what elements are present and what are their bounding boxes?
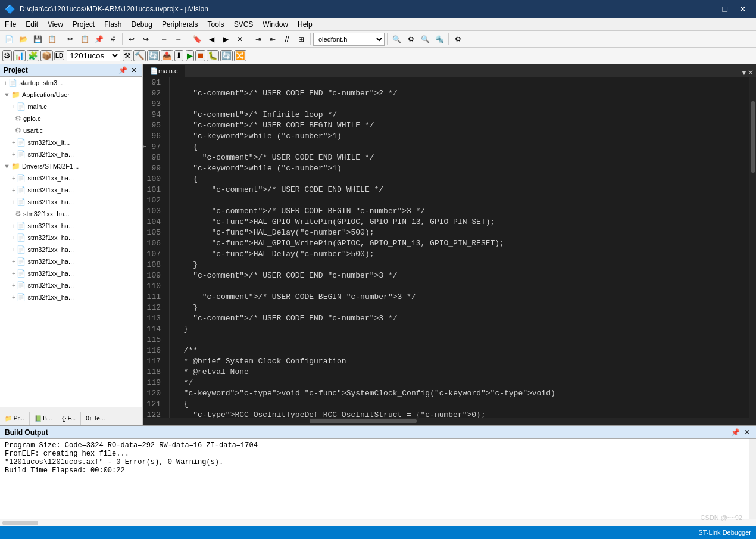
code-line[interactable]: } bbox=[170, 260, 749, 270]
file-dropdown[interactable]: oledfont.h bbox=[313, 33, 385, 46]
code-line[interactable]: "c-type">RCC_OscInitTypeDef RCC_OscInitS… bbox=[170, 410, 749, 418]
target-options-button[interactable]: ⚙ bbox=[2, 50, 12, 61]
batch-build-button[interactable]: 📤 bbox=[161, 50, 173, 61]
format-button[interactable]: ⊞ bbox=[295, 33, 308, 46]
menu-project[interactable]: Project bbox=[68, 18, 99, 30]
h-scrollbar-thumb[interactable] bbox=[310, 419, 417, 423]
tree-item[interactable]: +📄stm32f1xx_ha... bbox=[0, 291, 142, 303]
code-line[interactable]: "c-comment">/* USER CODE END "c-number">… bbox=[170, 270, 749, 281]
package-button[interactable]: 📦 bbox=[40, 50, 53, 61]
panel-pin-button[interactable]: 📌 bbox=[117, 66, 129, 74]
tree-item[interactable]: .⚙gpio.c bbox=[0, 113, 142, 124]
scrollbar-thumb[interactable] bbox=[751, 101, 755, 173]
forward-button[interactable]: → bbox=[172, 33, 185, 46]
menu-edit[interactable]: Edit bbox=[21, 18, 43, 30]
tree-item[interactable]: +📄stm32f1xx_it... bbox=[0, 136, 142, 148]
tree-item[interactable]: +📄stm32f1xx_ha... bbox=[0, 148, 142, 160]
code-line[interactable]: { bbox=[170, 399, 749, 410]
load-button[interactable]: LD bbox=[54, 51, 64, 60]
prev-bookmark-button[interactable]: ◀ bbox=[205, 33, 218, 46]
code-line[interactable]: } bbox=[170, 303, 749, 313]
fold-button[interactable]: ⊟ bbox=[143, 142, 146, 152]
tree-item[interactable]: .⚙usart.c bbox=[0, 124, 142, 136]
tab-templates[interactable]: 0↑ Te... bbox=[81, 412, 110, 425]
redo-button[interactable]: ↪ bbox=[139, 33, 152, 46]
tree-item[interactable]: ▼📁Application/User bbox=[0, 89, 142, 101]
menu-window[interactable]: Window bbox=[258, 18, 293, 30]
menu-tools[interactable]: Tools bbox=[203, 18, 229, 30]
build-close-button[interactable]: ✕ bbox=[743, 428, 751, 437]
code-line[interactable]: "c-comment">/* USER CODE END "c-number">… bbox=[170, 313, 749, 324]
tree-item[interactable]: +📄stm32f1xx_ha... bbox=[0, 244, 142, 256]
paste-button[interactable]: 📌 bbox=[92, 33, 105, 46]
code-line[interactable] bbox=[170, 195, 749, 206]
translate-button[interactable]: ⚒ bbox=[123, 50, 132, 61]
manage-button[interactable]: 📊 bbox=[13, 50, 26, 61]
code-line[interactable]: "c-comment">/* Infinite loop */ bbox=[170, 110, 749, 120]
debug4-button[interactable]: 🔀 bbox=[234, 50, 246, 61]
menu-view[interactable]: View bbox=[43, 18, 68, 30]
build-h-thumb[interactable] bbox=[2, 521, 38, 525]
tab-dropdown-button[interactable]: ▼ bbox=[741, 68, 748, 77]
tree-item[interactable]: +📄stm32f1xx_ha... bbox=[0, 232, 142, 244]
menu-help[interactable]: Help bbox=[293, 18, 317, 30]
menu-flash[interactable]: Flash bbox=[99, 18, 126, 30]
target-dropdown[interactable]: 1201ucos bbox=[67, 50, 120, 61]
menu-file[interactable]: File bbox=[0, 18, 21, 30]
maximize-button[interactable]: □ bbox=[718, 0, 732, 18]
tree-item[interactable]: ▼📁Drivers/STM32F1... bbox=[0, 160, 142, 172]
tree-item[interactable]: +📄stm32f1xx_ha... bbox=[0, 184, 142, 196]
comment-button[interactable]: // bbox=[280, 33, 293, 46]
start-debug-button[interactable]: ▶ bbox=[186, 50, 194, 61]
code-line[interactable]: * @brief System Clock Configuration bbox=[170, 356, 749, 367]
load-prog-button[interactable]: ⬇ bbox=[174, 50, 183, 61]
code-line[interactable]: "c-comment">/* USER CODE END WHILE */ bbox=[170, 185, 749, 195]
config-button[interactable]: ⚙ bbox=[451, 33, 464, 46]
menu-peripherals[interactable]: Peripherals bbox=[157, 18, 203, 30]
search3-button[interactable]: 🔍 bbox=[418, 33, 432, 46]
code-line[interactable]: "c-keyword">while ("c-number">1) bbox=[170, 163, 749, 174]
tab-functions[interactable]: {} F... bbox=[57, 412, 81, 425]
debug2-button[interactable]: 🐛 bbox=[207, 50, 219, 61]
clear-bookmark-button[interactable]: ✕ bbox=[233, 33, 246, 46]
code-line[interactable]: /** bbox=[170, 345, 749, 356]
next-bookmark-button[interactable]: ▶ bbox=[219, 33, 232, 46]
close-button[interactable]: ✕ bbox=[735, 0, 751, 18]
build-pin-button[interactable]: 📌 bbox=[730, 428, 741, 437]
code-line[interactable]: "c-comment">/* USER CODE BEGIN "c-number… bbox=[170, 292, 749, 303]
bookmark-button[interactable]: 🔖 bbox=[190, 33, 204, 46]
menu-debug[interactable]: Debug bbox=[127, 18, 157, 30]
search2-button[interactable]: ⚙ bbox=[404, 33, 417, 46]
tree-item[interactable]: +📄stm32f1xx_ha... bbox=[0, 279, 142, 291]
tab-project[interactable]: 📁 Pr... bbox=[0, 412, 30, 425]
tab-main-c[interactable]: 📄 main.c bbox=[143, 65, 185, 77]
tree-item[interactable]: +📄stm32f1xx_ha... bbox=[0, 267, 142, 279]
code-line[interactable]: } bbox=[170, 324, 749, 335]
code-line[interactable]: { bbox=[170, 142, 749, 152]
code-line[interactable]: "c-keyword">"c-type">void "c-func">Syste… bbox=[170, 388, 749, 399]
search4-button[interactable]: 🔩 bbox=[433, 33, 446, 46]
code-line[interactable]: */ bbox=[170, 378, 749, 388]
component-button[interactable]: 🧩 bbox=[27, 50, 39, 61]
code-line[interactable]: "c-func">HAL_GPIO_WritePin(GPIOC, GPIO_P… bbox=[170, 217, 749, 228]
panel-close-button[interactable]: ✕ bbox=[130, 66, 138, 74]
code-line[interactable] bbox=[170, 335, 749, 345]
undo-button[interactable]: ↩ bbox=[125, 33, 138, 46]
outdent-button[interactable]: ⇤ bbox=[266, 33, 279, 46]
panel-resize-handle[interactable] bbox=[0, 407, 142, 412]
code-line[interactable]: "c-comment">/* USER CODE BEGIN "c-number… bbox=[170, 206, 749, 217]
build-scrollbar[interactable] bbox=[749, 439, 756, 519]
tree-item[interactable]: +📄stm32f1xx_ha... bbox=[0, 220, 142, 232]
menu-svcs[interactable]: SVCS bbox=[229, 18, 258, 30]
minimize-button[interactable]: — bbox=[698, 0, 716, 18]
tree-item[interactable]: +📄stm32f1xx_ha... bbox=[0, 256, 142, 267]
save-button[interactable]: 💾 bbox=[31, 33, 44, 46]
build-h-scrollbar[interactable] bbox=[0, 519, 756, 526]
print-button[interactable]: 🖨 bbox=[107, 33, 120, 46]
back-button[interactable]: ← bbox=[158, 33, 171, 46]
tree-item[interactable]: +📄startup_stm3... bbox=[0, 77, 142, 89]
rebuild-button[interactable]: 🔄 bbox=[147, 50, 160, 61]
editor-scrollbar[interactable] bbox=[749, 77, 756, 418]
h-scrollbar[interactable] bbox=[143, 418, 756, 425]
tab-close-all-button[interactable]: ✕ bbox=[748, 68, 754, 77]
